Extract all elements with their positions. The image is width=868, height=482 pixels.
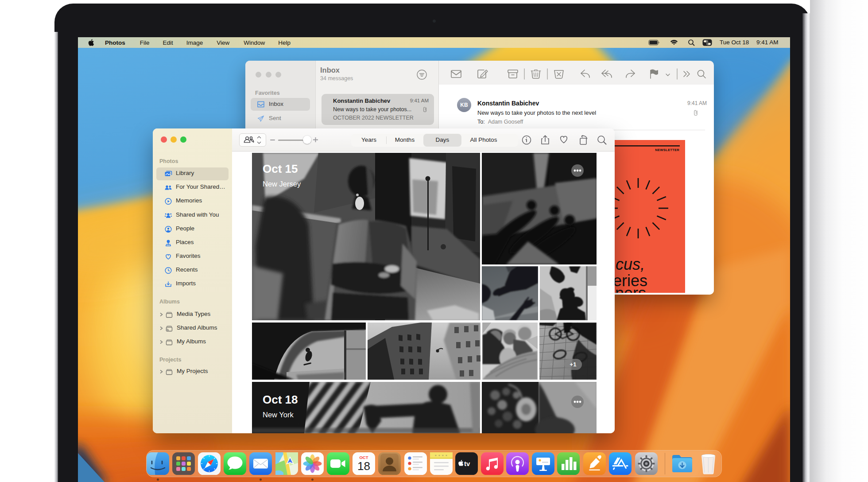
- svg-text:ners: ners: [615, 284, 646, 293]
- svg-text:tv: tv: [464, 460, 470, 467]
- svg-text:cus,: cus,: [616, 255, 645, 273]
- svg-text:18: 18: [357, 459, 370, 473]
- svg-text:NEWSLETTER: NEWSLETTER: [655, 148, 679, 152]
